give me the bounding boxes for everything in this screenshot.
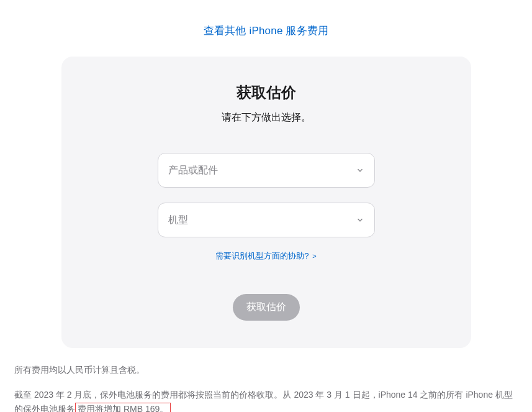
chevron-right-icon: > (312, 252, 316, 260)
model-select[interactable]: 机型 (158, 203, 375, 237)
other-services-link[interactable]: 查看其他 iPhone 服务费用 (204, 25, 329, 37)
top-link-container: 查看其他 iPhone 服务费用 (0, 0, 532, 57)
help-link-text: 需要识别机型方面的协助? (215, 251, 309, 260)
identify-model-help-link[interactable]: 需要识别机型方面的协助? > (215, 251, 316, 260)
get-estimate-button[interactable]: 获取估价 (233, 294, 300, 321)
chevron-down-icon (356, 216, 364, 224)
estimate-card: 获取估价 请在下方做出选择。 产品或配件 机型 需要识别机型方面的协助? > (61, 57, 471, 348)
footer-note-currency: 所有费用均以人民币计算且含税。 (14, 363, 518, 377)
chevron-down-icon (356, 166, 364, 175)
card-title: 获取估价 (80, 83, 453, 103)
model-select-wrap: 机型 (158, 203, 375, 237)
price-increase-highlight: 费用将增加 RMB 169。 (75, 403, 171, 412)
product-select-wrap: 产品或配件 (158, 153, 375, 188)
model-select-placeholder: 机型 (168, 214, 188, 227)
card-subtitle: 请在下方做出选择。 (80, 111, 453, 124)
footer-notes: 所有费用均以人民币计算且含税。 截至 2023 年 2 月底，保外电池服务的费用… (7, 363, 525, 412)
product-select-placeholder: 产品或配件 (168, 164, 218, 177)
footer-note-price-change: 截至 2023 年 2 月底，保外电池服务的费用都将按照当前的价格收取。从 20… (14, 388, 518, 412)
help-link-container: 需要识别机型方面的协助? > (80, 250, 453, 262)
product-select[interactable]: 产品或配件 (158, 153, 375, 188)
